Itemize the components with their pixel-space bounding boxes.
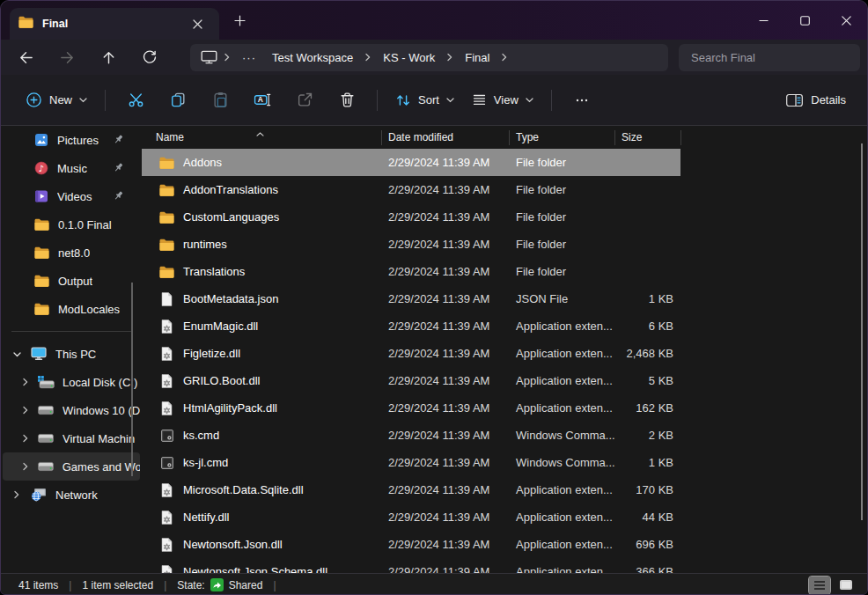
file-type-cell: File folder — [509, 183, 614, 196]
back-button[interactable] — [15, 47, 36, 68]
breadcrumb-device-button[interactable] — [199, 50, 219, 64]
tree-expander[interactable] — [20, 405, 31, 415]
thumbnail-view-toggle[interactable] — [835, 577, 857, 594]
sidebar-item-local-disk-c-[interactable]: Local Disk (C:) — [3, 368, 140, 396]
dll-file-icon — [161, 538, 173, 552]
refresh-button[interactable] — [139, 47, 160, 68]
table-row[interactable]: Nettify.dll2/29/2024 11:39 AMApplication… — [142, 503, 680, 531]
monitor-icon — [201, 50, 217, 64]
file-name: Translations — [183, 265, 245, 278]
file-size-cell: 2 KB — [614, 429, 680, 442]
table-row[interactable]: ks.cmd2/29/2024 11:39 AMWindows Comma...… — [142, 422, 680, 449]
table-row[interactable]: BootMetadata.json2/29/2024 11:39 AMJSON … — [142, 285, 680, 312]
breadcrumb-chevron — [362, 52, 374, 62]
sidebar-item-games-and-wo[interactable]: Games and Wo — [3, 452, 140, 481]
chevron-down-icon — [79, 98, 87, 103]
table-row[interactable]: CustomLanguages2/29/2024 11:39 AMFile fo… — [142, 203, 680, 231]
table-row[interactable]: GRILO.Boot.dll2/29/2024 11:39 AMApplicat… — [142, 367, 680, 394]
table-row[interactable]: Microsoft.Data.Sqlite.dll2/29/2024 11:39… — [142, 476, 680, 503]
folder-icon — [159, 157, 174, 169]
file-name: CustomLanguages — [183, 210, 279, 224]
table-row[interactable]: EnumMagic.dll2/29/2024 11:39 AMApplicati… — [142, 312, 680, 340]
sidebar-item-music[interactable]: ♪Music — [3, 154, 140, 182]
forward-button[interactable] — [56, 47, 77, 68]
details-view-toggle[interactable] — [809, 577, 830, 594]
tree-expander[interactable] — [11, 349, 22, 359]
breadcrumb-item[interactable]: Test Workspace — [265, 48, 360, 67]
table-row[interactable]: Addons2/29/2024 11:39 AMFile folder — [142, 149, 680, 176]
column-separator[interactable] — [381, 130, 382, 145]
pin-icon — [113, 162, 124, 173]
sidebar-item-output[interactable]: Output — [3, 267, 140, 295]
table-row[interactable]: runtimes2/29/2024 11:39 AMFile folder — [142, 231, 680, 258]
column-headers: NameDate modifiedTypeSize — [142, 126, 867, 149]
table-row[interactable]: ks-jl.cmd2/29/2024 11:39 AMWindows Comma… — [142, 449, 680, 476]
maximize-button[interactable] — [784, 1, 826, 40]
file-name-cell: runtimes — [142, 238, 381, 251]
svg-text:♪: ♪ — [39, 164, 44, 173]
cut-button[interactable] — [114, 84, 157, 117]
breadcrumb-overflow-button[interactable]: ··· — [235, 51, 263, 64]
json-file-icon — [161, 292, 173, 306]
table-row[interactable]: Figletize.dll2/29/2024 11:39 AMApplicati… — [142, 340, 680, 367]
column-header-size[interactable]: Size — [614, 131, 680, 143]
new-tab-button[interactable] — [228, 9, 251, 32]
more-options-button[interactable] — [561, 84, 603, 117]
sidebar-item-label: Output — [58, 275, 92, 288]
view-button[interactable]: View — [463, 85, 542, 114]
sidebar-item-net8-0[interactable]: net8.0 — [3, 239, 140, 267]
sidebar-item-windows-10-d[interactable]: Windows 10 (D — [3, 396, 140, 424]
sort-button[interactable]: Sort — [386, 85, 463, 115]
caret-up-icon — [256, 132, 264, 136]
paste-button[interactable] — [199, 84, 241, 117]
tree-expander[interactable] — [20, 433, 31, 444]
rename-icon: A — [254, 92, 271, 108]
minimize-button[interactable] — [743, 1, 784, 40]
explorer-tab[interactable]: Final — [10, 8, 219, 40]
breadcrumb-item[interactable]: Final — [458, 48, 497, 67]
folder-icon — [34, 275, 49, 287]
file-list-scrollbar[interactable] — [861, 143, 863, 520]
details-pane-button[interactable]: Details — [776, 85, 855, 115]
sidebar-item-videos[interactable]: Videos — [3, 182, 140, 210]
rename-button[interactable]: A — [241, 84, 283, 117]
chevron-right-icon — [500, 52, 509, 62]
folder-icon — [159, 239, 174, 251]
sidebar-item-0-1-0-final[interactable]: 0.1.0 Final — [3, 210, 140, 239]
table-row[interactable]: Translations2/29/2024 11:39 AMFile folde… — [142, 258, 680, 285]
toolbar-separator — [377, 90, 378, 111]
share-icon — [297, 92, 313, 108]
tree-expander[interactable] — [20, 461, 31, 472]
sidebar-item-modlocales[interactable]: ModLocales — [3, 295, 140, 323]
file-name: ks.cmd — [183, 429, 219, 442]
tree-expander[interactable] — [11, 489, 22, 500]
column-separator[interactable] — [614, 130, 615, 145]
sidebar-item-network[interactable]: Network — [3, 481, 140, 509]
column-header-date-modified[interactable]: Date modified — [381, 131, 509, 143]
up-button[interactable] — [98, 47, 119, 68]
plus-circle-icon — [26, 92, 42, 108]
column-header-type[interactable]: Type — [509, 131, 614, 143]
search-input[interactable] — [679, 51, 860, 64]
copy-button[interactable] — [157, 84, 199, 117]
column-separator[interactable] — [680, 130, 681, 145]
sidebar-item-this-pc[interactable]: This PC — [3, 340, 140, 368]
tree-expander[interactable] — [20, 377, 31, 387]
sidebar-item-virtual-machin[interactable]: Virtual Machin — [3, 424, 140, 452]
close-button[interactable] — [826, 1, 867, 40]
table-row[interactable]: AddonTranslations2/29/2024 11:39 AMFile … — [142, 176, 680, 203]
navigation-bar: ···Test WorkspaceKS - WorkFinal — [1, 40, 867, 75]
column-separator[interactable] — [509, 130, 510, 145]
sidebar-item-pictures[interactable]: Pictures — [3, 126, 140, 154]
share-button[interactable] — [283, 84, 326, 117]
tab-close-icon[interactable] — [186, 12, 209, 35]
new-button[interactable]: New — [17, 84, 96, 115]
sidebar-item-label: 0.1.0 Final — [58, 218, 112, 231]
chevron-right-icon — [364, 52, 372, 62]
delete-button[interactable] — [326, 84, 368, 117]
table-row[interactable]: HtmlAgilityPack.dll2/29/2024 11:39 AMApp… — [142, 394, 680, 422]
table-row[interactable]: Newtonsoft.Json.Schema.dll2/29/2024 11:3… — [142, 558, 680, 573]
state-label: State: — [177, 579, 204, 591]
table-row[interactable]: Newtonsoft.Json.dll2/29/2024 11:39 AMApp… — [142, 531, 680, 558]
breadcrumb-item[interactable]: KS - Work — [376, 48, 442, 67]
